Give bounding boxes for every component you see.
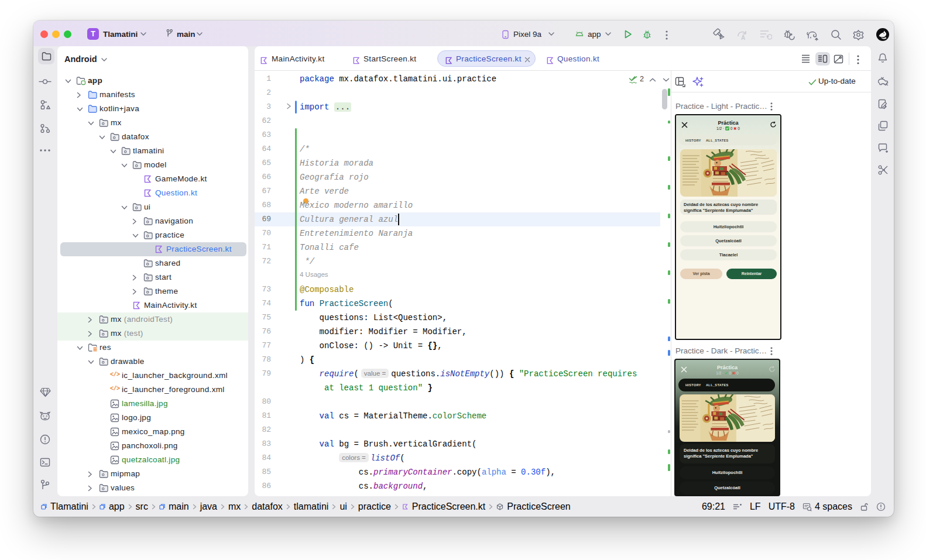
- svg-text:A: A: [741, 35, 745, 41]
